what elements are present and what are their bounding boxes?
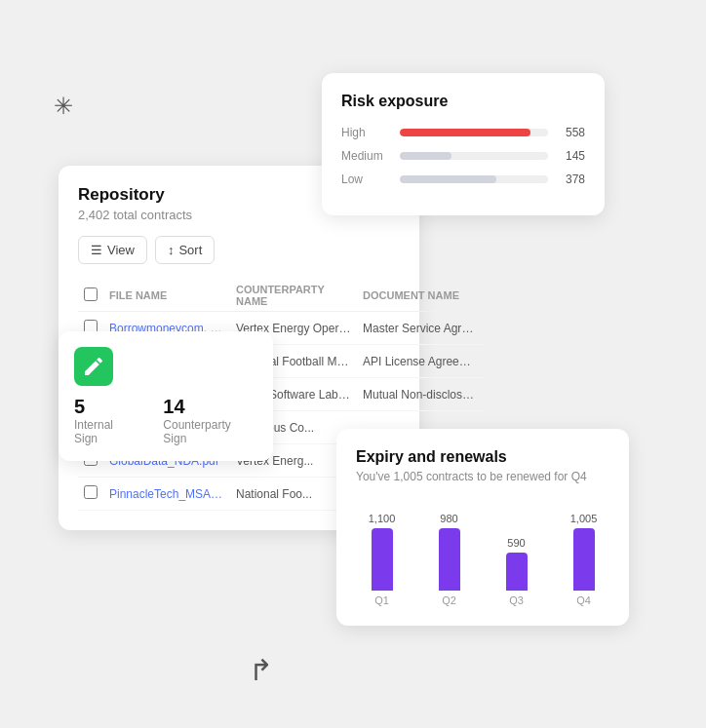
view-icon: ☰ bbox=[91, 243, 102, 257]
col-counterparty: COUNTERPARTY NAME bbox=[230, 280, 357, 312]
chart-bar-label: Q3 bbox=[509, 594, 524, 606]
repository-buttons: ☰ View ↕ Sort bbox=[78, 236, 400, 264]
counterparty-sign-item: 14 Counterparty Sign bbox=[163, 396, 257, 445]
counterparty-sign-label: Counterparty Sign bbox=[163, 418, 257, 445]
sort-icon: ↕ bbox=[168, 243, 175, 257]
counterparty-sign-num: 14 bbox=[163, 396, 257, 418]
sort-button[interactable]: ↕ Sort bbox=[155, 236, 215, 264]
internal-sign-item: 5 Internal Sign bbox=[74, 396, 139, 445]
chart-bar bbox=[439, 528, 460, 591]
view-button[interactable]: ☰ View bbox=[78, 236, 147, 264]
chart-bar bbox=[506, 553, 528, 591]
signature-icon bbox=[74, 347, 113, 386]
signature-row: 5 Internal Sign 14 Counterparty Sign bbox=[74, 396, 257, 445]
risk-row-high: High 558 bbox=[341, 126, 585, 139]
col-file-name: FILE NAME bbox=[103, 280, 230, 312]
expiry-chart: 1,100Q1980Q2590Q31,005Q4 bbox=[356, 499, 609, 606]
chart-bar-wrap: 590 bbox=[506, 513, 528, 591]
risk-bar-high bbox=[400, 129, 530, 136]
risk-card-title: Risk exposure bbox=[341, 93, 585, 110]
chart-bar-value: 590 bbox=[507, 537, 525, 549]
chart-bar-wrap: 1,005 bbox=[570, 513, 598, 591]
chart-bar bbox=[573, 528, 595, 591]
chart-bar-wrap: 1,100 bbox=[369, 513, 396, 591]
cell-file[interactable]: PinnacleTech_MSA.pdf bbox=[103, 478, 230, 511]
chart-bar-label: Q1 bbox=[374, 594, 389, 606]
expiry-subtitle: You've 1,005 contracts to be renewed for… bbox=[356, 470, 609, 483]
risk-bar-low bbox=[400, 175, 496, 183]
risk-bar-medium bbox=[400, 152, 451, 160]
row-checkbox[interactable] bbox=[84, 485, 98, 499]
view-label: View bbox=[107, 243, 135, 257]
risk-bar-container-low bbox=[400, 175, 548, 183]
expiry-card: Expiry and renewals You've 1,005 contrac… bbox=[336, 429, 629, 626]
risk-row-low: Low 378 bbox=[341, 172, 585, 186]
internal-sign-label: Internal Sign bbox=[74, 418, 139, 445]
chart-bar-value: 1,005 bbox=[570, 513, 598, 524]
chart-column: 1,100Q1 bbox=[356, 513, 408, 606]
expiry-title: Expiry and renewals bbox=[356, 448, 609, 466]
risk-row-medium: Medium 145 bbox=[341, 149, 585, 163]
risk-label-high: High bbox=[341, 126, 390, 139]
risk-bar-container-high bbox=[400, 129, 548, 136]
risk-label-medium: Medium bbox=[341, 149, 390, 163]
chart-bar-label: Q4 bbox=[576, 594, 591, 606]
chart-column: 590Q3 bbox=[490, 513, 542, 606]
chart-column: 1,005Q4 bbox=[558, 513, 609, 606]
cell-doc: Master Service Agree... bbox=[357, 312, 484, 345]
deco-arrow-icon: ↱ bbox=[249, 653, 273, 687]
chart-bar-value: 1,100 bbox=[369, 513, 396, 524]
risk-exposure-card: Risk exposure High 558 Medium 145 Low 37… bbox=[322, 73, 605, 215]
chart-bar-wrap: 980 bbox=[439, 513, 460, 591]
chart-bar-label: Q2 bbox=[442, 594, 456, 606]
select-all-checkbox[interactable] bbox=[84, 287, 98, 301]
sort-label: Sort bbox=[178, 243, 202, 257]
col-doc-name: DOCUMENT NAME bbox=[357, 280, 484, 312]
risk-value-high: 558 bbox=[558, 126, 585, 139]
signature-card: 5 Internal Sign 14 Counterparty Sign bbox=[59, 331, 273, 461]
internal-sign-num: 5 bbox=[74, 396, 139, 418]
risk-value-low: 378 bbox=[558, 172, 585, 186]
chart-bar-value: 980 bbox=[440, 513, 457, 524]
risk-label-low: Low bbox=[341, 172, 390, 186]
cell-doc: Mutual Non-disclosure... bbox=[357, 378, 484, 411]
cell-doc: API License Agreement bbox=[357, 345, 484, 378]
chart-column: 980Q2 bbox=[423, 513, 475, 606]
chart-bar bbox=[372, 528, 393, 591]
risk-bar-container-medium bbox=[400, 152, 548, 160]
deco-star-icon: ✳ bbox=[54, 93, 73, 120]
risk-value-medium: 145 bbox=[558, 149, 585, 163]
